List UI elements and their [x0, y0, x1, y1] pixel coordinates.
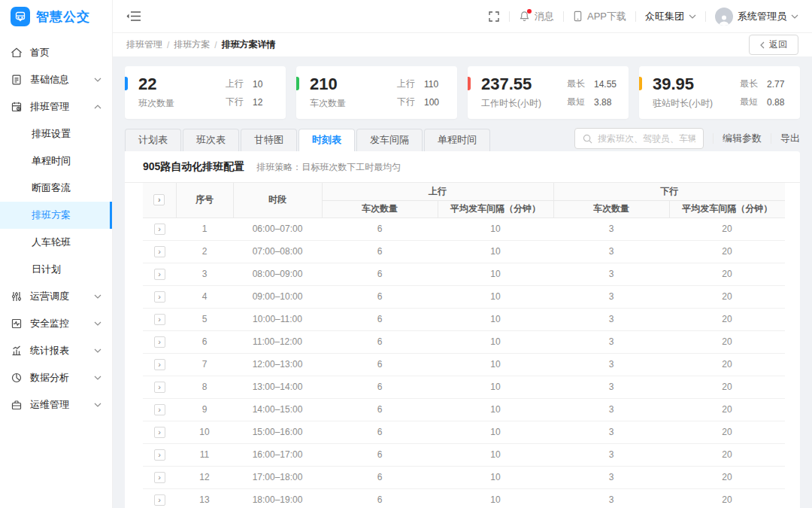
sidebar-item-maintenance[interactable]: 运维管理 — [0, 391, 112, 418]
document-icon — [11, 74, 23, 86]
tab-timetable[interactable]: 时刻表 — [298, 129, 355, 151]
menu-fold-icon[interactable] — [126, 10, 141, 23]
expand-row-button[interactable]: › — [154, 291, 165, 303]
col-header-up-trips: 车次数量 — [322, 200, 438, 217]
user-menu[interactable]: 系统管理员 — [715, 8, 798, 26]
expand-row-button[interactable]: › — [154, 449, 165, 461]
stat-label: 班次数量 — [138, 97, 174, 110]
up-interval-value: 10 — [438, 240, 553, 263]
row-index: 7 — [176, 353, 233, 376]
down-interval-value: 20 — [669, 330, 785, 353]
sidebar-subitem-crew-rotation[interactable]: 人车轮班 — [0, 229, 112, 256]
time-period: 12:00–13:00 — [233, 353, 322, 376]
bus-logo-icon — [11, 7, 30, 26]
up-trips-value: 6 — [322, 263, 438, 285]
stat-accent-bar — [468, 77, 471, 90]
chevron-down-icon — [94, 294, 102, 299]
col-header-down-trips: 车次数量 — [553, 200, 669, 217]
timetable-body: ›106:00–07:00610320›207:00–08:00610320›3… — [143, 217, 785, 508]
sidebar-item-label: 排班管理 — [30, 100, 94, 114]
sidebar-item-operations[interactable]: 运营调度 — [0, 283, 112, 310]
expand-row-button[interactable]: › — [154, 336, 165, 348]
bell-icon — [519, 11, 530, 22]
sidebar-item-basic-info[interactable]: 基础信息 — [0, 66, 112, 93]
sidebar-subitem-schedule-plan[interactable]: 排班方案 — [0, 202, 112, 229]
expand-cell: › — [143, 421, 176, 443]
expand-row-button[interactable]: › — [154, 359, 165, 370]
expand-row-button[interactable]: › — [154, 427, 165, 438]
down-trips-value: 3 — [553, 466, 669, 488]
export-button[interactable]: 导出 — [780, 132, 800, 145]
stat-card-trips: 22 班次数量 上行10 下行12 — [125, 66, 286, 119]
edit-params-button[interactable]: 编辑参数 — [723, 132, 762, 145]
chevron-down-icon — [94, 321, 102, 326]
tab-shift-table[interactable]: 班次表 — [183, 129, 239, 151]
expand-row-button[interactable]: › — [154, 494, 165, 506]
col-group-up: 上行 — [322, 183, 553, 200]
top-bar: 消息 APP下载 众旺集团 系统管理员 — [113, 0, 812, 33]
stat-card-work-hours: 237.55 工作时长(小时) 最长14.55 最短3.88 — [468, 66, 629, 119]
messages-button[interactable]: 消息 — [519, 10, 554, 23]
divider — [509, 11, 510, 22]
time-period: 13:00–14:00 — [233, 376, 322, 398]
table-row: ›308:00–09:00610320 — [143, 263, 785, 285]
app-window: 智慧公交 首页 基础信息 排班管理 排班设置 单程时间 断面客流 排班方案 人车… — [0, 0, 812, 508]
expand-row-button[interactable]: › — [154, 269, 165, 280]
table-row: ›1217:00–18:00610320 — [143, 466, 785, 488]
sidebar-item-home[interactable]: 首页 — [0, 39, 112, 66]
row-index: 8 — [176, 376, 233, 398]
stat-label: 驻站时长(小时) — [653, 97, 713, 110]
up-trips-value: 6 — [322, 376, 438, 398]
breadcrumb-item[interactable]: 排班管理 — [126, 38, 162, 51]
up-interval-value: 10 — [438, 308, 553, 330]
tab-departure-interval[interactable]: 发车间隔 — [356, 129, 423, 151]
sidebar-nav: 首页 基础信息 排班管理 排班设置 单程时间 断面客流 排班方案 人车轮班 日计… — [0, 33, 112, 418]
main-area: 消息 APP下载 众旺集团 系统管理员 — [113, 0, 812, 508]
table-row: ›914:00–15:00610320 — [143, 398, 785, 421]
back-button[interactable]: 返回 — [749, 35, 798, 55]
up-interval-value: 10 — [438, 398, 553, 421]
sidebar-subitem-section-flow[interactable]: 断面客流 — [0, 175, 112, 202]
expand-all-button[interactable]: › — [153, 194, 165, 205]
sidebar-subitem-oneway-time[interactable]: 单程时间 — [0, 148, 112, 175]
down-trips-value: 3 — [553, 285, 669, 308]
panel-title: 905路自动化排班配置 — [143, 160, 244, 174]
sidebar-item-data-analysis[interactable]: 数据分析 — [0, 364, 112, 391]
expand-row-button[interactable]: › — [154, 246, 165, 257]
expand-row-button[interactable]: › — [154, 472, 165, 483]
table-row: ›1116:00–17:00610320 — [143, 443, 785, 466]
sidebar-subitem-daily-plan[interactable]: 日计划 — [0, 256, 112, 283]
sidebar-item-reports[interactable]: 统计报表 — [0, 337, 112, 364]
tab-oneway-time[interactable]: 单程时间 — [424, 129, 490, 151]
tab-gantt[interactable]: 甘特图 — [241, 129, 297, 151]
home-icon — [11, 47, 23, 59]
sidebar-subitem-schedule-settings[interactable]: 排班设置 — [0, 120, 112, 148]
expand-cell: › — [143, 353, 176, 376]
expand-cell: › — [143, 240, 176, 263]
search-input[interactable] — [598, 133, 695, 144]
expand-row-button[interactable]: › — [154, 314, 165, 325]
expand-row-button[interactable]: › — [154, 382, 165, 393]
sidebar-item-safety-monitor[interactable]: 安全监控 — [0, 310, 112, 337]
stat-accent-bar — [296, 77, 299, 90]
app-download-button[interactable]: APP下载 — [573, 10, 626, 23]
table-row: ›106:00–07:00610320 — [143, 217, 785, 240]
down-trips-value: 3 — [553, 263, 669, 285]
schedule-strategy: 排班策略：目标班次数下工时最均匀 — [256, 161, 401, 174]
fullscreen-button[interactable] — [488, 11, 500, 23]
company-selector[interactable]: 众旺集团 — [645, 10, 696, 23]
up-trips-value: 6 — [322, 285, 438, 308]
col-group-down: 下行 — [553, 183, 785, 200]
breadcrumb-item[interactable]: 排班方案 — [174, 38, 210, 51]
up-trips-value: 6 — [322, 488, 438, 508]
stat-label: 车次数量 — [310, 97, 346, 110]
row-index: 3 — [176, 263, 233, 285]
tab-plan-table[interactable]: 计划表 — [125, 129, 181, 151]
expand-cell: › — [143, 217, 176, 240]
expand-row-button[interactable]: › — [154, 224, 165, 235]
search-box[interactable] — [574, 128, 704, 149]
up-interval-value: 10 — [438, 217, 553, 240]
search-icon — [583, 134, 592, 144]
sidebar-item-scheduling[interactable]: 排班管理 — [0, 93, 112, 120]
expand-row-button[interactable]: › — [154, 404, 165, 415]
